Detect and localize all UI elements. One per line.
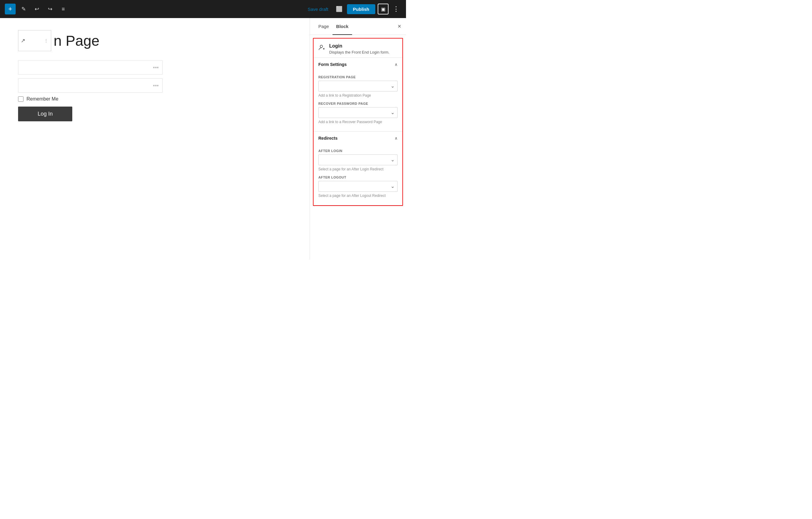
- login-form: ▪▪▪ ▪▪▪ Remember Me Log In: [18, 60, 163, 121]
- login-block-icon: [318, 44, 326, 53]
- password-field[interactable]: ▪▪▪: [18, 78, 163, 93]
- svg-point-0: [320, 45, 323, 48]
- redirects-label: Redirects: [318, 136, 338, 141]
- registration-page-label: REGISTRATION PAGE: [318, 75, 398, 79]
- block-title: Login: [329, 43, 389, 49]
- preview-button[interactable]: ⬜: [334, 4, 345, 14]
- login-button[interactable]: Log In: [18, 106, 72, 121]
- sidebar-view-icon: ▣: [381, 6, 385, 12]
- after-login-label: AFTER LOGIN: [318, 149, 398, 153]
- user-icon: ↗: [21, 37, 25, 44]
- username-field-icon: ▪▪▪: [153, 64, 159, 71]
- toolbar: + ✎ ↩ ↪ ≡ Save draft ⬜ Publish ▣ ⋮: [0, 0, 406, 18]
- form-settings-section: Form Settings ∧ REGISTRATION PAGE Add a …: [314, 58, 402, 131]
- editor-area: ↗ ⋮ n Page ▪▪▪ ▪▪▪ Remember Me Log In: [0, 18, 310, 260]
- form-settings-header[interactable]: Form Settings ∧: [314, 58, 402, 71]
- list-icon: ≡: [62, 6, 65, 12]
- add-block-button[interactable]: +: [5, 4, 16, 14]
- username-field[interactable]: ▪▪▪: [18, 60, 163, 75]
- form-settings-chevron-icon: ∧: [395, 62, 398, 67]
- recover-password-select[interactable]: [318, 107, 398, 118]
- undo-icon: ↩: [35, 6, 39, 12]
- remember-me-checkbox[interactable]: [18, 96, 24, 102]
- after-logout-select-wrapper: [318, 181, 398, 192]
- registration-page-select[interactable]: [318, 81, 398, 92]
- sidebar-close-button[interactable]: ×: [398, 23, 401, 30]
- redo-button[interactable]: ↪: [45, 4, 55, 14]
- recover-password-select-wrapper: [318, 107, 398, 118]
- redo-icon: ↪: [48, 6, 52, 12]
- main-layout: ↗ ⋮ n Page ▪▪▪ ▪▪▪ Remember Me Log In Pa…: [0, 18, 406, 260]
- form-settings-label: Form Settings: [318, 62, 347, 67]
- sidebar-tabs: Page Block ×: [310, 18, 406, 35]
- registration-page-select-wrapper: [318, 81, 398, 92]
- registration-page-hint: Add a link to a Registration Page: [318, 93, 398, 97]
- toolbar-left: + ✎ ↩ ↪ ≡: [5, 4, 302, 14]
- after-login-select[interactable]: [318, 154, 398, 165]
- page-title-row: ↗ ⋮ n Page: [18, 30, 292, 51]
- preview-icon: ⬜: [336, 6, 343, 12]
- remember-me-row: Remember Me: [18, 96, 163, 102]
- undo-button[interactable]: ↩: [31, 4, 42, 14]
- after-logout-select[interactable]: [318, 181, 398, 192]
- login-block-widget[interactable]: ↗ ⋮: [18, 30, 51, 51]
- redirects-section: Redirects ∧ AFTER LOGIN Select a page fo…: [314, 131, 402, 205]
- recover-password-label: RECOVER PASSWORD PAGE: [318, 102, 398, 105]
- publish-button[interactable]: Publish: [347, 4, 375, 14]
- tab-page[interactable]: Page: [315, 18, 332, 35]
- recover-password-hint: Add a link to a Recover Password Page: [318, 120, 398, 124]
- save-draft-button[interactable]: Save draft: [304, 5, 331, 13]
- block-info: Login Displays the Front End Login form.: [329, 43, 389, 55]
- redirects-chevron-icon: ∧: [395, 136, 398, 141]
- edit-icon-button[interactable]: ✎: [18, 4, 29, 14]
- block-header: Login Displays the Front End Login form.: [314, 38, 402, 58]
- block-options-icon: ⋮: [44, 38, 49, 43]
- remember-me-label: Remember Me: [27, 96, 58, 102]
- redirects-header[interactable]: Redirects ∧: [314, 131, 402, 145]
- page-title-text: n Page: [54, 32, 99, 49]
- block-panel: Login Displays the Front End Login form.…: [313, 38, 403, 206]
- sidebar: Page Block × Login Displays the Front En…: [310, 18, 406, 260]
- more-icon: ⋮: [393, 5, 399, 13]
- form-settings-body: REGISTRATION PAGE Add a link to a Regist…: [314, 75, 402, 131]
- after-login-select-wrapper: [318, 154, 398, 165]
- more-options-button[interactable]: ⋮: [391, 5, 401, 13]
- edit-icon: ✎: [21, 6, 26, 12]
- password-field-icon: ▪▪▪: [153, 83, 159, 89]
- toolbar-right: Save draft ⬜ Publish ▣ ⋮: [304, 4, 401, 14]
- block-description: Displays the Front End Login form.: [329, 50, 389, 55]
- redirects-body: AFTER LOGIN Select a page for an After L…: [314, 149, 402, 205]
- view-toggle-button[interactable]: ▣: [378, 4, 388, 14]
- after-logout-label: AFTER LOGOUT: [318, 176, 398, 179]
- tab-block[interactable]: Block: [332, 18, 352, 35]
- list-view-button[interactable]: ≡: [58, 4, 69, 14]
- after-logout-hint: Select a page for an After Logout Redire…: [318, 193, 398, 198]
- after-login-hint: Select a page for an After Login Redirec…: [318, 167, 398, 171]
